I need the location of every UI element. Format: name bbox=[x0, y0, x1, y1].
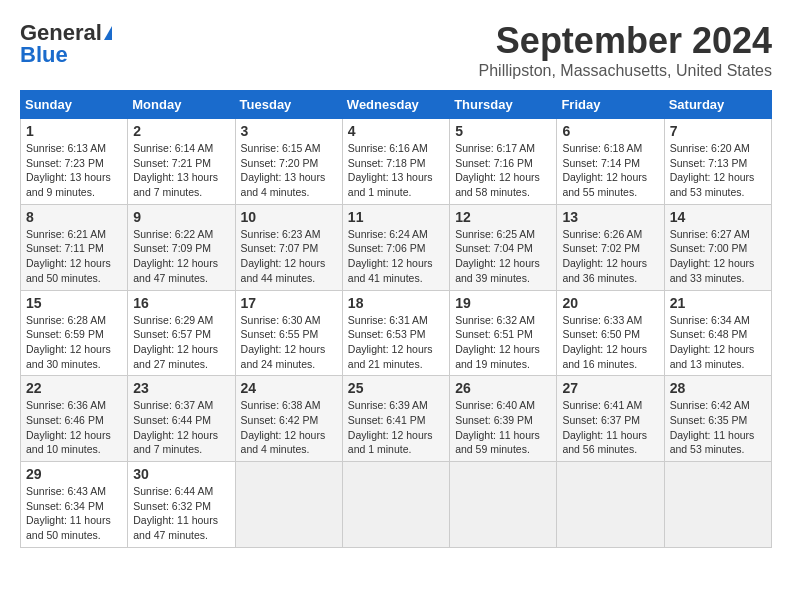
day-info: Sunrise: 6:31 AM Sunset: 6:53 PM Dayligh… bbox=[348, 313, 444, 372]
day-info: Sunrise: 6:42 AM Sunset: 6:35 PM Dayligh… bbox=[670, 398, 766, 457]
calendar-week-row: 29 Sunrise: 6:43 AM Sunset: 6:34 PM Dayl… bbox=[21, 462, 772, 548]
day-number: 8 bbox=[26, 209, 122, 225]
day-number: 21 bbox=[670, 295, 766, 311]
day-number: 23 bbox=[133, 380, 229, 396]
calendar-week-row: 22 Sunrise: 6:36 AM Sunset: 6:46 PM Dayl… bbox=[21, 376, 772, 462]
day-info: Sunrise: 6:21 AM Sunset: 7:11 PM Dayligh… bbox=[26, 227, 122, 286]
day-info: Sunrise: 6:16 AM Sunset: 7:18 PM Dayligh… bbox=[348, 141, 444, 200]
table-row: 25 Sunrise: 6:39 AM Sunset: 6:41 PM Dayl… bbox=[342, 376, 449, 462]
day-info: Sunrise: 6:29 AM Sunset: 6:57 PM Dayligh… bbox=[133, 313, 229, 372]
day-info: Sunrise: 6:43 AM Sunset: 6:34 PM Dayligh… bbox=[26, 484, 122, 543]
day-number: 1 bbox=[26, 123, 122, 139]
day-number: 13 bbox=[562, 209, 658, 225]
day-number: 2 bbox=[133, 123, 229, 139]
table-row: 11 Sunrise: 6:24 AM Sunset: 7:06 PM Dayl… bbox=[342, 204, 449, 290]
day-info: Sunrise: 6:26 AM Sunset: 7:02 PM Dayligh… bbox=[562, 227, 658, 286]
table-row: 9 Sunrise: 6:22 AM Sunset: 7:09 PM Dayli… bbox=[128, 204, 235, 290]
table-row: 19 Sunrise: 6:32 AM Sunset: 6:51 PM Dayl… bbox=[450, 290, 557, 376]
day-info: Sunrise: 6:39 AM Sunset: 6:41 PM Dayligh… bbox=[348, 398, 444, 457]
table-row: 27 Sunrise: 6:41 AM Sunset: 6:37 PM Dayl… bbox=[557, 376, 664, 462]
day-info: Sunrise: 6:37 AM Sunset: 6:44 PM Dayligh… bbox=[133, 398, 229, 457]
table-row bbox=[235, 462, 342, 548]
calendar-header-row: Sunday Monday Tuesday Wednesday Thursday… bbox=[21, 91, 772, 119]
day-info: Sunrise: 6:32 AM Sunset: 6:51 PM Dayligh… bbox=[455, 313, 551, 372]
day-info: Sunrise: 6:17 AM Sunset: 7:16 PM Dayligh… bbox=[455, 141, 551, 200]
day-number: 22 bbox=[26, 380, 122, 396]
day-number: 16 bbox=[133, 295, 229, 311]
logo: General Blue bbox=[20, 20, 112, 68]
day-info: Sunrise: 6:34 AM Sunset: 6:48 PM Dayligh… bbox=[670, 313, 766, 372]
table-row: 6 Sunrise: 6:18 AM Sunset: 7:14 PM Dayli… bbox=[557, 119, 664, 205]
calendar-table: Sunday Monday Tuesday Wednesday Thursday… bbox=[20, 90, 772, 548]
month-title: September 2024 bbox=[479, 20, 772, 62]
day-number: 29 bbox=[26, 466, 122, 482]
table-row: 12 Sunrise: 6:25 AM Sunset: 7:04 PM Dayl… bbox=[450, 204, 557, 290]
day-number: 20 bbox=[562, 295, 658, 311]
day-info: Sunrise: 6:18 AM Sunset: 7:14 PM Dayligh… bbox=[562, 141, 658, 200]
day-number: 6 bbox=[562, 123, 658, 139]
day-info: Sunrise: 6:22 AM Sunset: 7:09 PM Dayligh… bbox=[133, 227, 229, 286]
col-monday: Monday bbox=[128, 91, 235, 119]
day-info: Sunrise: 6:20 AM Sunset: 7:13 PM Dayligh… bbox=[670, 141, 766, 200]
table-row bbox=[557, 462, 664, 548]
table-row: 16 Sunrise: 6:29 AM Sunset: 6:57 PM Dayl… bbox=[128, 290, 235, 376]
day-number: 9 bbox=[133, 209, 229, 225]
logo-blue-text: Blue bbox=[20, 42, 68, 68]
day-number: 14 bbox=[670, 209, 766, 225]
table-row: 1 Sunrise: 6:13 AM Sunset: 7:23 PM Dayli… bbox=[21, 119, 128, 205]
day-info: Sunrise: 6:30 AM Sunset: 6:55 PM Dayligh… bbox=[241, 313, 337, 372]
day-number: 19 bbox=[455, 295, 551, 311]
table-row: 23 Sunrise: 6:37 AM Sunset: 6:44 PM Dayl… bbox=[128, 376, 235, 462]
table-row: 22 Sunrise: 6:36 AM Sunset: 6:46 PM Dayl… bbox=[21, 376, 128, 462]
day-info: Sunrise: 6:38 AM Sunset: 6:42 PM Dayligh… bbox=[241, 398, 337, 457]
logo-triangle-icon bbox=[104, 26, 112, 40]
day-info: Sunrise: 6:36 AM Sunset: 6:46 PM Dayligh… bbox=[26, 398, 122, 457]
table-row: 5 Sunrise: 6:17 AM Sunset: 7:16 PM Dayli… bbox=[450, 119, 557, 205]
table-row: 10 Sunrise: 6:23 AM Sunset: 7:07 PM Dayl… bbox=[235, 204, 342, 290]
table-row: 29 Sunrise: 6:43 AM Sunset: 6:34 PM Dayl… bbox=[21, 462, 128, 548]
table-row: 26 Sunrise: 6:40 AM Sunset: 6:39 PM Dayl… bbox=[450, 376, 557, 462]
table-row: 3 Sunrise: 6:15 AM Sunset: 7:20 PM Dayli… bbox=[235, 119, 342, 205]
day-info: Sunrise: 6:23 AM Sunset: 7:07 PM Dayligh… bbox=[241, 227, 337, 286]
location-title: Phillipston, Massachusetts, United State… bbox=[479, 62, 772, 80]
day-number: 10 bbox=[241, 209, 337, 225]
table-row: 2 Sunrise: 6:14 AM Sunset: 7:21 PM Dayli… bbox=[128, 119, 235, 205]
col-thursday: Thursday bbox=[450, 91, 557, 119]
calendar-week-row: 8 Sunrise: 6:21 AM Sunset: 7:11 PM Dayli… bbox=[21, 204, 772, 290]
table-row: 8 Sunrise: 6:21 AM Sunset: 7:11 PM Dayli… bbox=[21, 204, 128, 290]
day-number: 26 bbox=[455, 380, 551, 396]
day-number: 18 bbox=[348, 295, 444, 311]
table-row: 17 Sunrise: 6:30 AM Sunset: 6:55 PM Dayl… bbox=[235, 290, 342, 376]
day-number: 25 bbox=[348, 380, 444, 396]
day-info: Sunrise: 6:25 AM Sunset: 7:04 PM Dayligh… bbox=[455, 227, 551, 286]
day-info: Sunrise: 6:27 AM Sunset: 7:00 PM Dayligh… bbox=[670, 227, 766, 286]
day-number: 4 bbox=[348, 123, 444, 139]
table-row: 28 Sunrise: 6:42 AM Sunset: 6:35 PM Dayl… bbox=[664, 376, 771, 462]
table-row: 18 Sunrise: 6:31 AM Sunset: 6:53 PM Dayl… bbox=[342, 290, 449, 376]
day-number: 5 bbox=[455, 123, 551, 139]
table-row: 14 Sunrise: 6:27 AM Sunset: 7:00 PM Dayl… bbox=[664, 204, 771, 290]
day-number: 28 bbox=[670, 380, 766, 396]
table-row: 21 Sunrise: 6:34 AM Sunset: 6:48 PM Dayl… bbox=[664, 290, 771, 376]
day-number: 3 bbox=[241, 123, 337, 139]
table-row: 4 Sunrise: 6:16 AM Sunset: 7:18 PM Dayli… bbox=[342, 119, 449, 205]
day-info: Sunrise: 6:41 AM Sunset: 6:37 PM Dayligh… bbox=[562, 398, 658, 457]
table-row: 30 Sunrise: 6:44 AM Sunset: 6:32 PM Dayl… bbox=[128, 462, 235, 548]
day-info: Sunrise: 6:15 AM Sunset: 7:20 PM Dayligh… bbox=[241, 141, 337, 200]
day-info: Sunrise: 6:24 AM Sunset: 7:06 PM Dayligh… bbox=[348, 227, 444, 286]
day-info: Sunrise: 6:40 AM Sunset: 6:39 PM Dayligh… bbox=[455, 398, 551, 457]
table-row bbox=[450, 462, 557, 548]
col-saturday: Saturday bbox=[664, 91, 771, 119]
header: General Blue September 2024 Phillipston,… bbox=[20, 20, 772, 80]
title-area: September 2024 Phillipston, Massachusett… bbox=[479, 20, 772, 80]
table-row: 15 Sunrise: 6:28 AM Sunset: 6:59 PM Dayl… bbox=[21, 290, 128, 376]
table-row: 13 Sunrise: 6:26 AM Sunset: 7:02 PM Dayl… bbox=[557, 204, 664, 290]
day-number: 27 bbox=[562, 380, 658, 396]
table-row bbox=[664, 462, 771, 548]
day-number: 7 bbox=[670, 123, 766, 139]
table-row: 7 Sunrise: 6:20 AM Sunset: 7:13 PM Dayli… bbox=[664, 119, 771, 205]
col-sunday: Sunday bbox=[21, 91, 128, 119]
day-info: Sunrise: 6:28 AM Sunset: 6:59 PM Dayligh… bbox=[26, 313, 122, 372]
day-number: 11 bbox=[348, 209, 444, 225]
calendar-week-row: 1 Sunrise: 6:13 AM Sunset: 7:23 PM Dayli… bbox=[21, 119, 772, 205]
